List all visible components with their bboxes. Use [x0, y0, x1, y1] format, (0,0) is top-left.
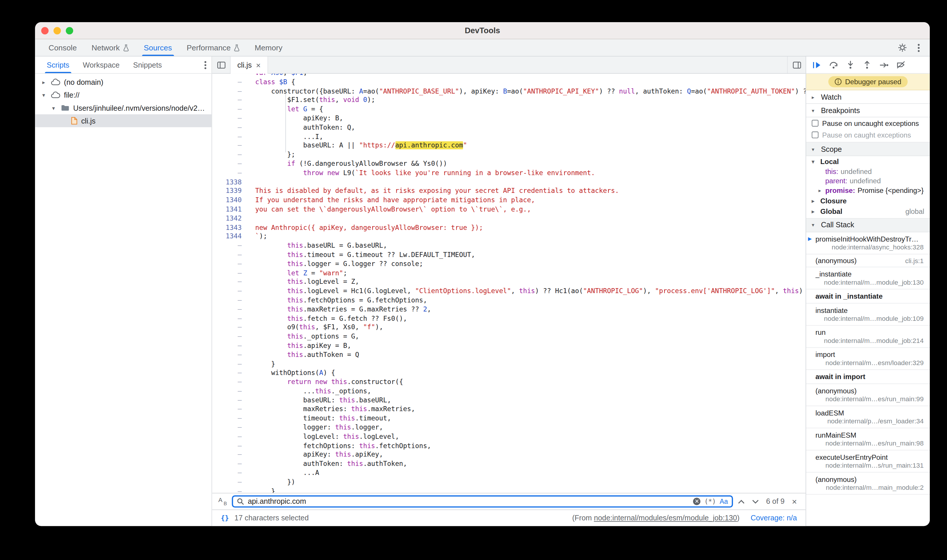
gutter-cell[interactable]: – [212, 342, 251, 351]
gutter-cell[interactable]: – [212, 332, 251, 342]
gutter-cell[interactable]: 1338 [212, 178, 251, 187]
call-stack-section-header[interactable]: ▾ Call Stack [806, 218, 930, 232]
tree-collapse-icon[interactable]: ▸ [40, 79, 47, 85]
close-window-button[interactable] [41, 27, 48, 34]
scope-section-header[interactable]: ▾ Scope [806, 143, 930, 156]
step-out-button[interactable] [863, 61, 871, 69]
code-text[interactable]: o9(this, $F1, Xs0, "f"), [251, 323, 805, 332]
maximize-window-button[interactable] [66, 27, 73, 34]
toggle-debugger-sidebar-icon[interactable] [787, 57, 805, 73]
code-text[interactable]: ...A [251, 469, 805, 478]
tab-memory[interactable]: Memory [247, 39, 290, 56]
gutter-cell[interactable]: – [212, 287, 251, 296]
tree-item-users-jinhuilee-nvm-versions-node-v2-[interactable]: ▾Users/jinhuilee/.nvm/versions/node/v2… [35, 102, 211, 114]
watch-section-header[interactable]: ▸ Watch [806, 90, 930, 104]
close-find-bar-icon[interactable]: × [792, 497, 797, 506]
code-text[interactable]: class $B { [251, 78, 805, 87]
gutter-cell[interactable]: – [212, 414, 251, 423]
gutter-cell[interactable]: – [212, 305, 251, 314]
code-text[interactable]: let Z = "warn"; [251, 269, 805, 278]
code-text[interactable]: logLevel: this.logLevel, [251, 433, 805, 442]
navigator-tab-scripts[interactable]: Scripts [40, 57, 76, 73]
tree-expand-icon[interactable]: ▾ [40, 92, 47, 98]
search-field[interactable]: ✕ (*) Aa [232, 495, 733, 508]
code-text[interactable]: this._options = G, [251, 332, 805, 342]
code-text[interactable]: apiKey: this.apiKey, [251, 451, 805, 460]
gutter-cell[interactable]: – [212, 123, 251, 132]
code-text[interactable]: } [251, 360, 805, 369]
code-text[interactable]: this.timeout = G.timeout ?? Lw.DEFAULT_T… [251, 251, 805, 260]
code-text[interactable]: ...I, [251, 132, 805, 142]
gutter-cell[interactable]: – [212, 242, 251, 251]
code-text[interactable]: constructor({baseURL: A=ao("ANTHROPIC_BA… [251, 87, 805, 96]
code-text[interactable]: $F1.set(this, void 0); [251, 96, 805, 105]
code-text[interactable]: This is disabled by default, as it risks… [251, 187, 805, 196]
gutter-cell[interactable]: 1343 [212, 223, 251, 232]
gutter-cell[interactable]: – [212, 278, 251, 287]
gutter-cell[interactable]: – [212, 478, 251, 487]
code-text[interactable]: authToken: Q, [251, 123, 805, 132]
gutter-cell[interactable]: – [212, 323, 251, 332]
call-stack-frame[interactable]: (anonymous)cli.js:1 [806, 254, 930, 267]
code-text[interactable]: timeout: this.timeout, [251, 414, 805, 423]
gutter-cell[interactable]: – [212, 260, 251, 269]
code-text[interactable]: this.logLevel = Z, [251, 278, 805, 287]
code-text[interactable]: this.fetchOptions = G.fetchOptions, [251, 296, 805, 305]
call-stack-frame[interactable]: (anonymous)node:internal/m…es/run_main:9… [806, 384, 930, 406]
code-text[interactable]: logger: this.logger, [251, 423, 805, 432]
gutter-cell[interactable]: – [212, 433, 251, 442]
previous-match-icon[interactable] [738, 499, 744, 504]
editor-tab-clijs[interactable]: cli.js × [231, 57, 268, 74]
code-text[interactable]: If you understand the risks and have app… [251, 196, 805, 205]
call-stack-frame[interactable]: importnode:internal/m…esm/loader:329 [806, 348, 930, 370]
code-text[interactable] [251, 214, 805, 223]
step-over-button[interactable] [829, 61, 838, 69]
resume-button[interactable] [812, 61, 821, 68]
minimize-window-button[interactable] [53, 27, 61, 34]
code-text[interactable]: authToken: this.authToken, [251, 460, 805, 469]
tab-console[interactable]: Console [41, 39, 84, 56]
gutter-cell[interactable]: – [212, 451, 251, 460]
call-stack-frame[interactable]: _instantiatenode:internal/m…module_job:1… [806, 267, 930, 289]
code-text[interactable]: new Anthropic({ apiKey, dangerouslyAllow… [251, 223, 805, 232]
step-into-button[interactable] [846, 61, 855, 69]
scope-variable[interactable]: ▸promise:Promise {<pending>} [806, 186, 930, 195]
gutter-cell[interactable]: 1342 [212, 214, 251, 223]
clear-search-icon[interactable]: ✕ [693, 498, 701, 505]
code-text[interactable]: } [251, 487, 805, 493]
gutter-cell[interactable]: – [212, 78, 251, 87]
regex-toggle[interactable]: (*) [705, 498, 716, 505]
settings-gear-icon[interactable] [898, 43, 907, 52]
breakpoints-section-header[interactable]: ▾ Breakpoints [806, 104, 930, 117]
search-input[interactable] [248, 497, 689, 506]
call-stack-frame[interactable]: runnode:internal/m…module_job:214 [806, 325, 930, 348]
tree-item-file-[interactable]: ▾file:// [35, 89, 211, 102]
code-text[interactable]: `); [251, 232, 805, 242]
gutter-cell[interactable]: 1341 [212, 205, 251, 214]
code-text[interactable]: maxRetries: this.maxRetries, [251, 405, 805, 414]
breakpoint-option[interactable]: Pause on uncaught exceptions [806, 117, 930, 129]
code-text[interactable]: ...this._options, [251, 387, 805, 396]
tree-item-cli-js[interactable]: cli.js [35, 114, 211, 127]
code-text[interactable]: if (!G.dangerouslyAllowBrowser && Ys0()) [251, 160, 805, 169]
code-text[interactable]: this.baseURL = G.baseURL, [251, 242, 805, 251]
call-stack-frame[interactable]: (anonymous)node:internal/m…main_module:2 [806, 472, 930, 494]
scope-group-local[interactable]: ▾Local [806, 156, 930, 167]
gutter-cell[interactable]: – [212, 114, 251, 123]
gutter-cell[interactable]: – [212, 387, 251, 396]
gutter-cell[interactable]: – [212, 74, 251, 78]
gutter-cell[interactable]: – [212, 105, 251, 114]
gutter-cell[interactable]: – [212, 469, 251, 478]
call-stack-frame[interactable]: await in import [806, 370, 930, 384]
tab-close-icon[interactable]: × [256, 61, 261, 69]
code-text[interactable] [251, 178, 805, 187]
gutter-cell[interactable]: – [212, 405, 251, 414]
code-text[interactable]: this.logger = G.logger ?? console; [251, 260, 805, 269]
code-text[interactable]: this.authToken = Q [251, 351, 805, 360]
call-stack-frame[interactable]: loadESMnode:internal/p…/esm_loader:34 [806, 406, 930, 428]
gutter-cell[interactable]: 1340 [212, 196, 251, 205]
scope-variable[interactable]: parent:undefined [806, 176, 930, 186]
code-text[interactable]: apiKey: B, [251, 114, 805, 123]
gutter-cell[interactable]: – [212, 378, 251, 387]
navigator-tab-workspace[interactable]: Workspace [76, 57, 126, 73]
